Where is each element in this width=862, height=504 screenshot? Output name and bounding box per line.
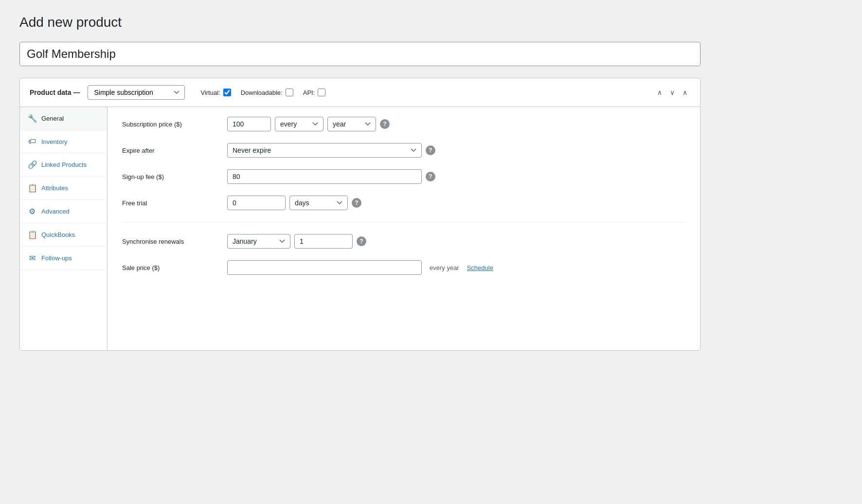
list-icon: 📋 [28,183,36,193]
sidebar-label-advanced: Advanced [41,208,70,215]
virtual-checkbox[interactable] [223,89,231,96]
free-trial-label: Free trial [122,196,219,207]
sidebar-label-linked-products: Linked Products [41,161,87,168]
subscription-price-row: Subscription price ($) every every 2nd e… [122,117,685,131]
sale-price-controls: every year Schedule [227,260,493,275]
product-data-body: 🔧 General 🏷 Inventory 🔗 Linked Products … [20,107,700,350]
synchronise-renewals-row: Synchronise renewals January February Ma… [122,234,685,249]
every-select[interactable]: every every 2nd every 3rd every 4th ever… [275,117,323,131]
sidebar-label-quickbooks: QuickBooks [41,231,75,238]
sale-price-row: Sale price ($) every year Schedule [122,260,685,275]
expire-after-row: Expire after Never expire 1 year 2 years… [122,143,685,158]
signup-fee-controls: ? [227,169,435,184]
signup-fee-input[interactable] [227,169,422,184]
expire-after-controls: Never expire 1 year 2 years 3 years 4 ye… [227,143,435,158]
sale-price-input[interactable] [227,260,422,275]
sale-every-year-text: every year [430,264,459,271]
signup-fee-help-icon: ? [426,172,435,181]
signup-fee-row: Sign-up fee ($) ? [122,169,685,184]
sidebar-item-general[interactable]: 🔧 General [20,107,107,130]
expire-help-icon: ? [426,145,435,155]
schedule-link[interactable]: Schedule [467,264,493,271]
sync-help-icon: ? [357,236,366,246]
synchronise-renewals-label: Synchronise renewals [122,234,219,245]
product-type-select[interactable]: Simple subscription Simple product Varia… [88,85,185,100]
sync-day-input[interactable] [294,234,353,249]
api-label: API: [303,89,315,96]
subscription-price-controls: every every 2nd every 3rd every 4th ever… [227,117,390,131]
sidebar-label-inventory: Inventory [41,138,67,145]
page-title: Add new product [19,15,843,30]
sidebar-item-follow-ups[interactable]: ✉ Follow-ups [20,247,107,270]
arrow-down-button[interactable]: ∨ [667,87,678,98]
period-select[interactable]: day week month year [327,117,376,131]
product-data-label: Product data — [30,89,80,96]
sidebar-item-quickbooks[interactable]: 📋 QuickBooks [20,223,107,247]
api-checkbox-label[interactable]: API: [303,89,326,96]
email-icon: ✉ [28,253,36,263]
tag-icon: 🏷 [28,137,36,146]
sidebar-item-linked-products[interactable]: 🔗 Linked Products [20,153,107,177]
virtual-label: Virtual: [200,89,220,96]
subscription-price-input[interactable] [227,117,271,131]
divider [122,222,685,222]
sidebar-item-advanced[interactable]: ⚙ Advanced [20,200,107,223]
header-arrows: ∧ ∨ ∧ [654,87,690,98]
synchronise-renewals-controls: January February March April May June Ju… [227,234,366,249]
free-trial-controls: days weeks months years ? [227,196,361,210]
link-icon: 🔗 [28,160,36,169]
sync-month-select[interactable]: January February March April May June Ju… [227,234,290,249]
header-options: Virtual: Downloadable: API: [200,89,325,96]
sidebar: 🔧 General 🏷 Inventory 🔗 Linked Products … [20,107,108,350]
sidebar-item-inventory[interactable]: 🏷 Inventory [20,130,107,153]
main-content: Subscription price ($) every every 2nd e… [108,107,700,350]
expire-select[interactable]: Never expire 1 year 2 years 3 years 4 ye… [227,143,422,158]
product-data-header: Product data — Simple subscription Simpl… [20,78,700,107]
subscription-price-help-icon: ? [380,119,390,129]
arrow-collapse-button[interactable]: ∧ [680,87,690,98]
sale-price-label: Sale price ($) [122,260,219,271]
gear-icon: ⚙ [28,207,36,216]
subscription-price-label: Subscription price ($) [122,117,219,128]
free-trial-help-icon: ? [352,198,361,208]
arrow-up-button[interactable]: ∧ [654,87,665,98]
quickbooks-icon: 📋 [28,230,36,239]
downloadable-checkbox[interactable] [286,89,293,96]
downloadable-label: Downloadable: [241,89,283,96]
free-trial-row: Free trial days weeks months years ? [122,196,685,210]
wrench-icon: 🔧 [28,114,36,123]
product-name-input[interactable] [19,42,700,66]
sidebar-label-follow-ups: Follow-ups [41,254,72,262]
sidebar-label-attributes: Attributes [41,184,68,192]
sidebar-label-general: General [41,115,64,122]
product-data-box: Product data — Simple subscription Simpl… [19,78,700,351]
api-checkbox[interactable] [318,89,325,96]
expire-after-label: Expire after [122,143,219,154]
downloadable-checkbox-label[interactable]: Downloadable: [241,89,293,96]
free-trial-period-select[interactable]: days weeks months years [289,196,348,210]
signup-fee-label: Sign-up fee ($) [122,169,219,180]
sidebar-item-attributes[interactable]: 📋 Attributes [20,177,107,200]
free-trial-input[interactable] [227,196,286,210]
virtual-checkbox-label[interactable]: Virtual: [200,89,231,96]
